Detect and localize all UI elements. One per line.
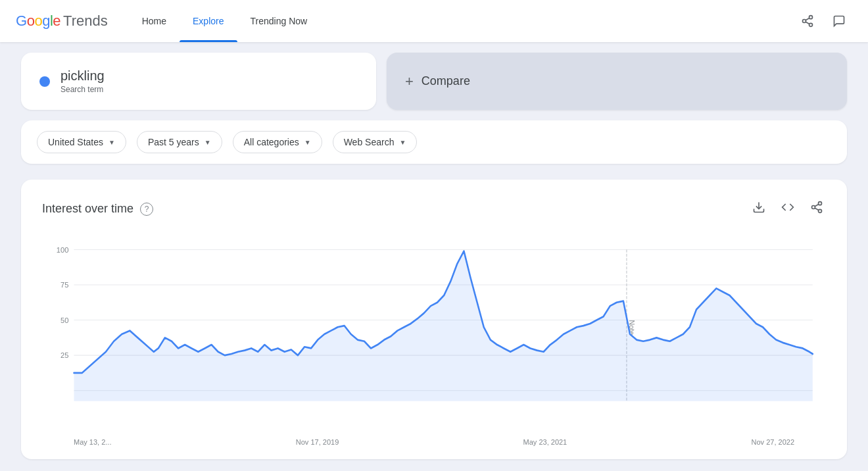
x-label-1: Nov 17, 2019 [296, 438, 339, 446]
download-button[interactable] [750, 198, 768, 220]
compare-plus-icon: + [405, 73, 414, 90]
compare-label: Compare [422, 74, 470, 88]
trends-wordmark: Trends [63, 12, 108, 30]
search-info: pickling Search term [60, 68, 358, 94]
chart-card: Interest over time ? [21, 180, 847, 459]
svg-point-1 [803, 20, 806, 23]
feedback-button[interactable] [826, 8, 852, 34]
svg-line-3 [806, 22, 809, 24]
logo: Google Trends [16, 12, 108, 30]
svg-text:25: 25 [60, 351, 68, 359]
svg-point-8 [819, 209, 822, 212]
chart-actions [750, 198, 826, 220]
region-label: United States [48, 137, 103, 147]
svg-text:100: 100 [57, 245, 69, 253]
filters-bar: United States ▼ Past 5 years ▼ All categ… [21, 120, 847, 164]
share-button[interactable] [794, 8, 821, 34]
svg-point-2 [809, 23, 813, 26]
svg-point-7 [812, 206, 815, 209]
svg-point-0 [809, 16, 813, 19]
time-chevron: ▼ [205, 139, 211, 146]
search-type-filter[interactable]: Web Search ▼ [333, 131, 418, 153]
header-actions [794, 8, 852, 34]
google-wordmark: Google [16, 12, 60, 30]
x-label-3: Nov 27, 2022 [752, 438, 794, 446]
time-filter[interactable]: Past 5 years ▼ [137, 131, 222, 153]
svg-line-10 [815, 204, 819, 206]
x-label-0: May 13, 2... [74, 438, 111, 446]
region-filter[interactable]: United States ▼ [37, 131, 126, 153]
search-term: pickling [60, 68, 358, 84]
help-icon[interactable]: ? [140, 203, 153, 216]
chart-svg: 100 75 50 25 Note [42, 235, 826, 433]
svg-line-9 [815, 208, 819, 210]
chart-title: Interest over time [42, 202, 133, 216]
compare-card[interactable]: + Compare [387, 53, 847, 110]
search-type: Search term [60, 85, 358, 94]
svg-point-6 [819, 202, 822, 205]
nav-trending[interactable]: Trending Now [237, 0, 321, 42]
header: Google Trends Home Explore Trending Now [0, 0, 868, 42]
region-chevron: ▼ [108, 139, 115, 146]
search-card: pickling Search term [21, 53, 376, 110]
nav-home[interactable]: Home [129, 0, 180, 42]
chart-area: 100 75 50 25 Note [42, 235, 826, 433]
time-label: Past 5 years [148, 137, 199, 147]
search-dot [39, 76, 50, 87]
x-label-2: May 23, 2021 [523, 438, 567, 446]
x-axis-labels: May 13, 2... Nov 17, 2019 May 23, 2021 N… [42, 433, 826, 446]
main-content: pickling Search term + Compare United St… [0, 42, 868, 470]
svg-line-4 [806, 18, 809, 20]
chart-header: Interest over time ? [42, 198, 826, 220]
svg-text:50: 50 [60, 316, 68, 324]
svg-text:75: 75 [60, 281, 68, 289]
search-type-chevron: ▼ [399, 139, 406, 146]
category-label: All categories [244, 137, 299, 147]
main-nav: Home Explore Trending Now [129, 0, 794, 42]
nav-explore[interactable]: Explore [180, 0, 237, 42]
chart-title-area: Interest over time ? [42, 202, 153, 216]
search-section: pickling Search term + Compare [21, 53, 847, 110]
search-type-label: Web Search [344, 137, 395, 147]
embed-button[interactable] [779, 198, 797, 220]
chart-share-button[interactable] [808, 198, 826, 220]
category-filter[interactable]: All categories ▼ [233, 131, 322, 153]
category-chevron: ▼ [304, 139, 311, 146]
